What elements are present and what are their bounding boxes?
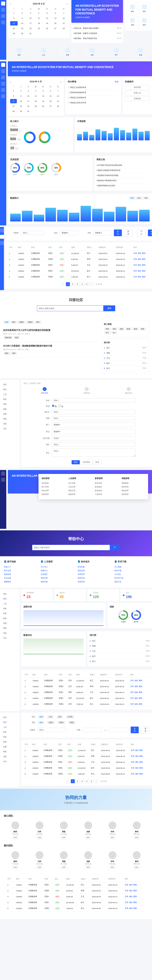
row-action[interactable]: 查看	[131, 767, 135, 769]
megamenu-link[interactable]: 岗位管理	[42, 489, 65, 493]
calendar-date[interactable]: 12	[40, 94, 47, 98]
calendar-date[interactable]: 7	[60, 11, 67, 15]
sidebar-item-1[interactable]	[1, 8, 5, 12]
row-action[interactable]: 查看	[130, 697, 134, 699]
calendar-date[interactable]: 13	[48, 94, 54, 98]
page-number[interactable]: 1	[71, 779, 75, 783]
remark-input[interactable]	[52, 449, 136, 457]
quick-btn[interactable]: 查看报表	[125, 96, 150, 101]
hot-tag[interactable]: 报表	[111, 328, 117, 331]
row-action[interactable]: 查看	[125, 889, 128, 892]
calendar-date[interactable]: 17	[27, 21, 34, 25]
filter-chip[interactable]: 正常	[48, 715, 54, 718]
calendar-date[interactable]: 27	[52, 26, 59, 30]
announcement-item[interactable]: • 数据备份与恢复操作指引	[97, 178, 150, 183]
calendar-date[interactable]: 21	[55, 99, 62, 103]
contact-button[interactable]: 联系	[109, 866, 116, 869]
calendar-date[interactable]: 22	[10, 104, 17, 108]
megamenu-link[interactable]: 请假管理	[122, 489, 145, 493]
shortcut-card[interactable]: 设置	[129, 46, 152, 58]
sidebar-item[interactable]	[1, 472, 5, 476]
calendar-date[interactable]: 1	[10, 11, 17, 15]
page-number[interactable]: 3	[75, 282, 79, 286]
sidebar-item[interactable]	[1, 82, 5, 86]
row-action[interactable]: 查看	[133, 276, 137, 278]
community-filter[interactable]: 已解决	[17, 321, 25, 324]
cal-prev-icon[interactable]: ‹	[10, 3, 11, 5]
radio-female[interactable]: 女	[59, 405, 63, 407]
nav-item[interactable]: 审批	[2, 402, 17, 407]
sidebar-item[interactable]	[1, 478, 5, 482]
page-number[interactable]: 4	[85, 779, 89, 783]
help-link[interactable]: 导入模板	[114, 565, 148, 569]
nav-item[interactable]: 帮助	[2, 749, 17, 754]
row-action[interactable]: 查看	[125, 884, 128, 886]
team-member[interactable]: 刘芳技术总监 联系	[28, 820, 51, 841]
row-action[interactable]: 删除	[142, 270, 146, 272]
page-prev[interactable]: ‹	[61, 282, 65, 286]
announcement-item[interactable]: • 新版本功能更新详细说明文档	[97, 168, 150, 173]
submit-button[interactable]: 提交	[71, 460, 80, 465]
page-number[interactable]: 5	[90, 779, 93, 783]
calendar-date[interactable]: 18	[35, 21, 43, 25]
help-link[interactable]: API文档	[114, 573, 148, 576]
megamenu-link[interactable]: 薪资核算	[95, 485, 118, 489]
contact-button[interactable]: 联系	[36, 866, 43, 869]
help-link[interactable]: 薪资设置	[78, 565, 111, 569]
row-action[interactable]: 删除	[142, 258, 146, 260]
team-member[interactable]: 陈明产品总监 联系	[4, 850, 27, 871]
row-action[interactable]: 编辑	[135, 773, 139, 775]
sidebar-item[interactable]	[0, 241, 4, 245]
quick-action[interactable]: 报表	[139, 2, 150, 15]
filter-chip[interactable]: 异常	[57, 715, 63, 718]
calendar-date[interactable]: 7	[55, 89, 62, 93]
nav-item[interactable]: 人员	[2, 392, 17, 397]
row-action[interactable]: 删除	[142, 252, 146, 254]
nav-item[interactable]: 设置	[2, 745, 17, 749]
row-action[interactable]: 查看	[133, 252, 137, 254]
calendar-date[interactable]: 1	[10, 89, 17, 93]
calendar-date[interactable]: 25	[32, 104, 39, 108]
help-link[interactable]: 基础设置	[4, 573, 38, 576]
date-to-input[interactable]	[109, 728, 128, 732]
row-action[interactable]: 删除	[133, 907, 137, 909]
calendar-date[interactable]: 4	[35, 11, 43, 15]
calendar-date[interactable]: 16	[17, 99, 24, 103]
row-action[interactable]: 编辑	[138, 264, 141, 266]
sidebar-item[interactable]	[0, 235, 4, 239]
row-action[interactable]: 查看	[125, 896, 128, 897]
row-action[interactable]: 编辑	[129, 896, 133, 897]
hot-tag[interactable]: 权限	[139, 328, 146, 331]
hot-tag[interactable]: 审批	[118, 328, 125, 331]
hot-tag[interactable]: 导入	[104, 331, 111, 334]
shortcut-card[interactable]: 人员	[32, 46, 55, 58]
row-action[interactable]: 查看	[130, 691, 134, 693]
contact-button[interactable]: 联系	[12, 836, 19, 839]
row-action[interactable]: 查看	[130, 686, 134, 687]
calendar-date[interactable]: 23	[17, 104, 24, 108]
filter-tag[interactable]: 本周	[129, 197, 135, 199]
nav-item[interactable]: 组织	[2, 720, 17, 725]
megamenu-link[interactable]: 排班管理	[122, 485, 145, 489]
calendar-date[interactable]: 30	[17, 109, 24, 113]
row-action[interactable]: 删除	[133, 896, 137, 897]
community-search-button[interactable]: 搜索	[103, 305, 115, 311]
announcement-item[interactable]: • 权限管理模块优化说明	[97, 183, 150, 188]
help-link[interactable]: 报销流程	[78, 569, 111, 573]
nav-item[interactable]: 帮助	[2, 417, 17, 422]
contact-button[interactable]: 联系	[85, 836, 92, 839]
quick-action[interactable]: 审批	[127, 2, 138, 15]
date-from-input[interactable]	[82, 728, 102, 732]
calendar-date[interactable]: 3	[27, 11, 34, 15]
row-action[interactable]: 编辑	[135, 697, 138, 699]
row-action[interactable]: 编辑	[138, 270, 141, 272]
quick-action[interactable]: 薪资	[139, 16, 150, 28]
calendar-date[interactable]: 18	[32, 99, 39, 103]
row-action[interactable]: 编辑	[135, 686, 138, 687]
sidebar-item[interactable]	[1, 63, 5, 67]
row-action[interactable]: 编辑	[135, 761, 139, 763]
row-action[interactable]: 删除	[133, 884, 137, 886]
calendar-date[interactable]: 19	[43, 21, 51, 25]
page-number[interactable]: 2	[71, 282, 74, 286]
community-filter[interactable]: 精华	[35, 321, 41, 324]
